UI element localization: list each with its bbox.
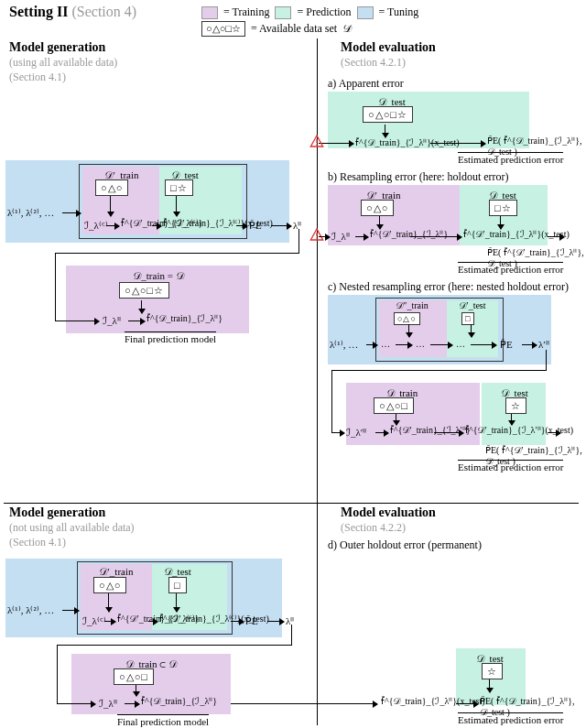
legend-pred: = Prediction (297, 5, 351, 19)
legend-avail-text: = Available data set (251, 22, 337, 36)
shapes-sq-st: □☆ (165, 179, 193, 196)
a-est-text: Estimated prediction error (458, 152, 563, 165)
mgb-shapes3: ○△○ (93, 577, 126, 593)
c-lower-train-shapes: ○△○□ (374, 399, 414, 413)
arrow-h-mgfinal (128, 321, 145, 321)
shapes3: ○△○ (95, 179, 128, 196)
mgb-shapes4: ○△○□ (114, 668, 154, 685)
arrow-v-mg2 (176, 196, 177, 216)
c-trainpp-shapes: ○△○ (394, 311, 420, 325)
mg-bot-line2: (Section 4.1) (9, 536, 135, 549)
d-varr (489, 679, 490, 692)
final-pred-model-2: Final prediction model (117, 714, 209, 727)
mg-bot-final-shapes: ○△○□ (114, 670, 154, 684)
mg-top-final-shapes: ○△○□☆ (119, 284, 169, 298)
me-bot-head: Model evaluation (Section 4.2.2) (341, 505, 436, 535)
a-varr (385, 125, 385, 137)
mg-bot-head: Model generation (not using all availabl… (9, 505, 135, 549)
arrow-h-mg2 (106, 225, 119, 226)
arrow-h-mg5 (271, 225, 291, 226)
c-est-text: Estimated prediction error (458, 460, 563, 473)
d-est-text: Estimated prediction error (458, 712, 563, 725)
b-fhat: f̂^{𝒟′_train}_{ℐ_λᴵᴵ} (370, 229, 448, 240)
warning-icon-b (309, 227, 324, 242)
mgb-harr4 (267, 621, 284, 622)
d-fhat-x: f̂^{𝒟_train}_{ℐ_λᴵᴵ}(x_test) (381, 696, 485, 707)
c-harr3 (430, 344, 452, 345)
setting-title: Setting II (Section 4) (9, 4, 136, 20)
mgb-varr3 (136, 685, 136, 696)
c-dtestp: 𝒟′_test (452, 300, 493, 311)
d-harr-out (456, 703, 478, 704)
b-test-shapes: □☆ (489, 201, 517, 215)
d-harr-in (231, 703, 377, 704)
c-varr3 (396, 414, 396, 425)
svg-point-3 (316, 237, 318, 239)
subhead-c: c) Nested resampling error (here: nested… (328, 280, 569, 294)
c-shapes4: ○△○□ (374, 397, 414, 414)
subhead-b: b) Resampling error (here: holdout error… (328, 170, 509, 184)
c-dots1: … (381, 339, 390, 349)
b-harr3 (548, 236, 564, 237)
b-train-shapes: ○△○ (361, 201, 394, 215)
shapes5-a: ○△○□☆ (119, 282, 169, 299)
c-harr5 (522, 344, 537, 345)
c-pehat: P̂E (500, 339, 513, 351)
c-lambda-pII: λ′ᴵᴵ (538, 339, 549, 351)
mgb-harr2 (148, 621, 157, 622)
c-hook3 (331, 370, 332, 432)
swatch-tuning (357, 6, 374, 19)
mg-bot-IlII: ℐ_λᴵᴵ (99, 698, 117, 710)
mg-top-title: Model generation (9, 40, 105, 54)
b-shapes2: □☆ (489, 200, 517, 216)
legend-tune: = Tuning (379, 5, 419, 19)
arrow-h-mg1 (62, 212, 81, 213)
c-hook4 (331, 432, 344, 433)
c-harr4 (471, 344, 496, 345)
mg-top-line1: (using all available data) (9, 56, 117, 70)
hook-lambdaII-1 (298, 229, 299, 253)
d-test-shapes: ☆ (482, 665, 503, 679)
c-harr6 (375, 432, 388, 433)
hook-lambdaII-2 (55, 253, 299, 254)
me-top-head: Model evaluation (Section 4.2.1) (341, 40, 436, 70)
horizontal-divider (4, 503, 579, 504)
c-harr7 (434, 432, 463, 433)
c-harr8 (548, 432, 560, 433)
hook-lambdaII-4 (55, 321, 99, 321)
b-est: Estimated prediction error (458, 262, 563, 275)
hook-lambdaII-3 (55, 253, 56, 321)
mg-bot-dtrainp-shapes: ○△○ (93, 579, 126, 592)
b-varr2 (500, 216, 501, 229)
mg-top-final-label: Final prediction model (106, 331, 234, 346)
mgb-harr0 (62, 610, 79, 611)
subhead-a: a) Apparent error (328, 77, 404, 91)
legend-shapes-box: ○△○□☆ (201, 21, 245, 37)
c-hook2 (331, 370, 547, 371)
mg-bot-lambdaII: λᴵᴵ (286, 615, 294, 627)
mg-bot-final-label: Final prediction model (99, 714, 227, 728)
me-top-title: Model evaluation (341, 40, 436, 54)
c-hook1 (546, 350, 547, 370)
mg-top-lambdaII: λᴵᴵ (293, 220, 301, 232)
mg-top-Ilc: ℐ_λ⁽ᶜ⁾ (84, 220, 108, 232)
final-pred-model-1: Final prediction model (125, 331, 216, 344)
arrow-v-mg1 (110, 196, 111, 216)
mgb-harr1 (104, 621, 115, 622)
a-est: Estimated prediction error (458, 152, 563, 165)
d-star: ☆ (482, 663, 503, 679)
mgb-shapes-sq: □ (168, 577, 187, 593)
mgb-varr2 (176, 593, 177, 612)
c-harr1 (366, 344, 377, 345)
c-star: ☆ (505, 397, 526, 414)
mg-top-dtrainp-shapes: ○△○ (95, 181, 128, 195)
mg-top-fhatII: f̂^{𝒟_train}_{ℐ_λᴵᴵ} (146, 313, 222, 324)
a-harr-out (430, 143, 485, 144)
b-est-text: Estimated prediction error (458, 262, 563, 275)
c-dots2: … (416, 339, 425, 349)
mg-bot-fhatII: f̂^{𝒟_train}_{ℐ_λᴵᴵ} (141, 696, 217, 707)
arrow-h-mg3 (152, 225, 161, 226)
c-est: Estimated prediction error (458, 460, 563, 473)
legend-train: = Training (223, 5, 269, 19)
d-est: Estimated prediction error (458, 712, 563, 725)
